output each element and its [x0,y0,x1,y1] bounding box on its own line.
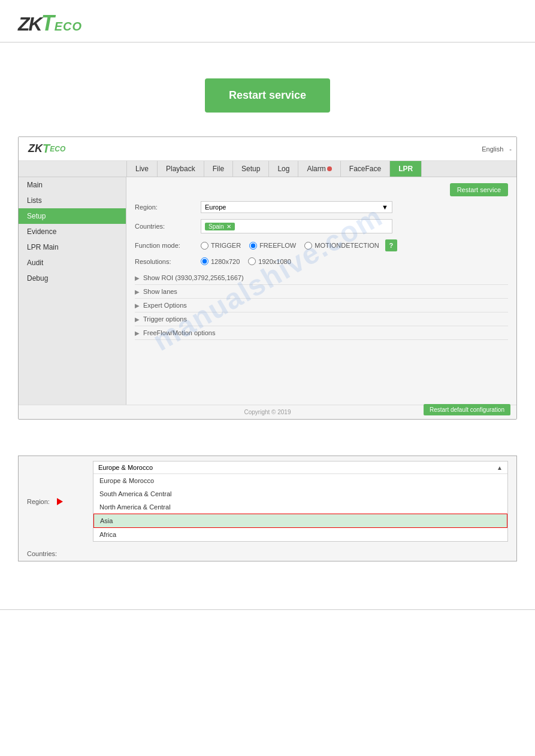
radio-freeflow-label: FREEFLOW [259,242,296,249]
window-footer: Copyright © 2019 Restart default configu… [19,405,516,419]
region-row: Region: Europe ▼ [135,201,508,213]
sidebar-item-lpr-main[interactable]: LPR Main [19,239,126,255]
alarm-dot [327,166,332,171]
ui-window: manualshive.com ZKTECO English - Live Pl… [18,136,517,420]
tab-live[interactable]: Live [126,161,158,177]
chevron-right-icon-3: ▶ [135,302,140,309]
dropdown-option-africa[interactable]: Africa [93,528,507,541]
tab-playback[interactable]: Playback [158,161,204,177]
content-topbar: Restart service [135,183,508,196]
radio-res-1280-label: 1280x720 [211,258,240,265]
window-logo-zk: ZK [28,142,43,155]
chevron-right-icon-2: ▶ [135,289,140,295]
window-topbar-right: English - [482,145,512,153]
radio-freeflow[interactable]: FREEFLOW [249,242,296,250]
topbar-separator: - [509,145,512,153]
dropdown-countries-row: Countries: [19,546,516,561]
radio-res-1920-input[interactable] [248,257,256,265]
collapsible-trigger-options-label: Trigger options [143,315,187,323]
restart-default-button[interactable]: Restart default configuration [424,404,510,415]
chevron-right-icon: ▶ [135,275,140,281]
sidebar: Main Lists Setup Evidence LPR Main Audit… [19,177,126,405]
second-section: Region: Europe & Morocco ▲ Europe & Moro… [18,456,517,561]
tab-faceface[interactable]: FaceFace [341,161,390,177]
collapsible-show-lanes[interactable]: ▶ Show lanes [135,285,508,299]
tab-log[interactable]: Log [269,161,298,177]
resolution-radio-group: 1280x720 1920x1080 [201,257,291,265]
dropdown-option-asia[interactable]: Asia [93,514,507,528]
collapsible-trigger-options[interactable]: ▶ Trigger options [135,312,508,326]
function-mode-row: Function mode: TRIGGER FREEFLOW [135,239,508,251]
collapsible-show-roi-label: Show ROI (3930,3792,2565,1667) [143,274,244,281]
restart-area: Restart service [0,42,535,136]
tag-remove-icon[interactable]: ✕ [226,223,231,230]
sidebar-item-debug[interactable]: Debug [19,271,126,286]
tab-file[interactable]: File [204,161,233,177]
collapsible-expert-options-label: Expert Options [143,302,187,309]
dropdown-option-north-america[interactable]: North America & Central [93,500,507,514]
logo-zk: ZK [18,13,41,35]
red-arrow-icon [57,498,63,505]
window-logo-eco: ECO [50,145,65,153]
collapsible-freeflow-options-label: FreeFlow/Motion options [143,329,215,336]
sidebar-item-evidence[interactable]: Evidence [19,224,126,239]
content-area: Restart service Region: Europe ▼ Countri… [126,177,516,405]
radio-trigger[interactable]: TRIGGER [201,242,241,250]
logo: ZKTECO [18,11,517,36]
radio-res-1280-input[interactable] [201,257,208,265]
page-header: ZKTECO [0,0,535,42]
collapsible-show-lanes-label: Show lanes [143,288,177,295]
radio-motion-input[interactable] [304,242,312,250]
dropdown-option-europe-morocco[interactable]: Europe & Morocco [93,474,507,487]
restart-service-button[interactable]: Restart service [205,78,330,113]
countries-row: Countries: Spain ✕ [135,219,508,233]
sidebar-item-main[interactable]: Main [19,177,126,193]
region-dropdown-arrow: ▼ [382,204,388,211]
collapsible-expert-options[interactable]: ▶ Expert Options [135,299,508,312]
region-select[interactable]: Europe ▼ [201,201,392,213]
collapsible-freeflow-options[interactable]: ▶ FreeFlow/Motion options [135,326,508,340]
countries-tag: Spain ✕ [205,223,235,230]
page-footer [0,609,535,622]
radio-trigger-label: TRIGGER [211,242,241,249]
sidebar-item-lists[interactable]: Lists [19,193,126,208]
countries-control: Spain ✕ [201,219,508,233]
dropdown-panel: Region: Europe & Morocco ▲ Europe & Moro… [18,456,517,561]
copyright: Copyright © 2019 [244,409,291,415]
region-dropdown-open[interactable]: Europe & Morocco ▲ Europe & Morocco Sout… [93,461,508,542]
dropdown-chevron-icon: ▲ [497,464,503,471]
radio-freeflow-input[interactable] [249,242,257,250]
resolution-row: Resolutions: 1280x720 1920x1080 [135,257,508,265]
sidebar-item-audit[interactable]: Audit [19,255,126,271]
logo-eco: ECO [55,20,82,34]
countries-select[interactable]: Spain ✕ [201,219,392,233]
dropdown-option-south-america[interactable]: South America & Central [93,487,507,500]
function-mode-control: TRIGGER FREEFLOW MOTIONDETECTION ? [201,239,508,251]
region-value: Europe [205,204,226,211]
countries-label: Countries: [135,223,201,230]
tab-setup[interactable]: Setup [233,161,269,177]
help-button[interactable]: ? [385,239,397,251]
tab-alarm[interactable]: Alarm [298,161,340,177]
chevron-right-icon-4: ▶ [135,316,140,323]
resolution-control: 1280x720 1920x1080 [201,257,508,265]
window-logo: ZKTECO [23,139,70,158]
region-selected-value: Europe & Morocco ▲ [93,462,507,474]
radio-res-1280[interactable]: 1280x720 [201,257,240,265]
nav-tabs: Live Playback File Setup Log Alarm FaceF… [19,161,516,177]
content-restart-button[interactable]: Restart service [450,183,508,196]
radio-motion[interactable]: MOTIONDETECTION [304,242,379,250]
chevron-right-icon-5: ▶ [135,330,140,336]
tab-lpr[interactable]: LPR [390,161,422,177]
window-logo-t: T [43,142,50,156]
language-label: English [482,145,503,153]
function-mode-label: Function mode: [135,242,201,249]
logo-t: T [41,11,55,36]
window-topbar: ZKTECO English - [19,137,516,161]
radio-trigger-input[interactable] [201,242,208,250]
collapsible-show-roi[interactable]: ▶ Show ROI (3930,3792,2565,1667) [135,271,508,285]
radio-res-1920-label: 1920x1080 [258,258,291,265]
radio-res-1920[interactable]: 1920x1080 [248,257,291,265]
radio-motion-label: MOTIONDETECTION [315,242,379,249]
sidebar-item-setup[interactable]: Setup [19,208,126,224]
